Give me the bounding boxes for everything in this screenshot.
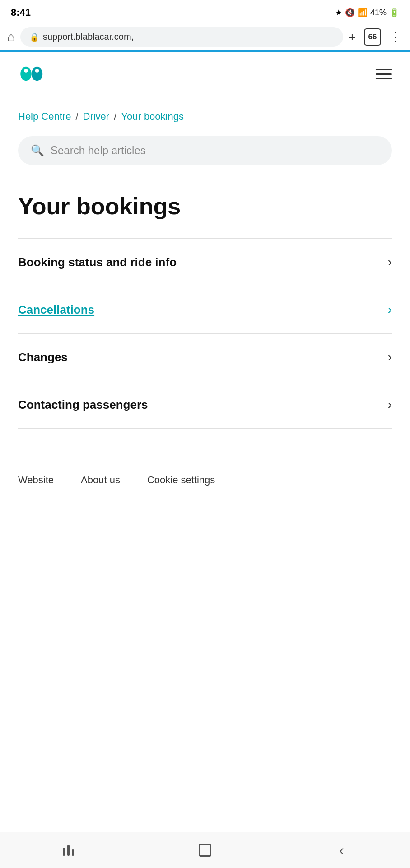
wifi-icon: 📶 [358, 8, 368, 18]
status-time: 8:41 [11, 7, 31, 19]
menu-item-changes[interactable]: Changes › [0, 334, 410, 381]
bottom-nav: ‹ [0, 832, 410, 868]
browser-chrome: ⌂ 🔒 support.blablacar.com, + 66 ⋮ [0, 24, 410, 52]
site-header [0, 52, 410, 96]
breadcrumb-current: Your bookings [121, 111, 184, 123]
menu-item-label-contacting-passengers: Contacting passengers [18, 398, 148, 412]
search-container: 🔍 Search help articles [0, 132, 410, 174]
browser-menu-button[interactable]: ⋮ [389, 29, 403, 44]
browser-actions: + 66 ⋮ [349, 28, 403, 46]
chevron-icon-contacting-passengers: › [388, 397, 392, 412]
chevron-icon-booking-status: › [388, 255, 392, 269]
site-footer: Website About us Cookie settings [0, 456, 410, 500]
search-placeholder-text: Search help articles [51, 144, 146, 157]
browser-home-icon[interactable]: ⌂ [7, 30, 15, 44]
mute-icon: 🔇 [345, 8, 355, 18]
hamburger-menu-button[interactable] [376, 69, 392, 79]
recent-apps-icon [63, 845, 74, 856]
page-content: Help Centre / Driver / Your bookings 🔍 S… [0, 52, 410, 545]
lock-icon: 🔒 [29, 32, 39, 42]
url-text: support.blablacar.com, [43, 32, 134, 42]
status-icons: ★ 🔇 📶 41% 🔋 [335, 8, 399, 18]
address-bar[interactable]: 🔒 support.blablacar.com, [20, 27, 343, 47]
menu-item-label-cancellations: Cancellations [18, 303, 94, 317]
svg-point-3 [35, 69, 39, 73]
nav-recent-apps-button[interactable] [0, 832, 137, 868]
nav-back-button[interactable]: ‹ [273, 832, 410, 868]
menu-item-booking-status[interactable]: Booking status and ride info › [0, 239, 410, 286]
battery-icon: 🔋 [389, 8, 399, 18]
blablacar-logo [18, 62, 50, 85]
breadcrumb-sep-2: / [114, 111, 116, 123]
menu-item-label-changes: Changes [18, 350, 68, 364]
tabs-button[interactable]: 66 [364, 28, 381, 46]
footer-links: Website About us Cookie settings [18, 474, 392, 486]
search-bar[interactable]: 🔍 Search help articles [18, 136, 392, 165]
page-title: Your bookings [0, 174, 410, 229]
breadcrumb: Help Centre / Driver / Your bookings [0, 96, 410, 132]
hamburger-line-3 [376, 78, 392, 79]
breadcrumb-driver[interactable]: Driver [83, 111, 110, 123]
menu-item-cancellations[interactable]: Cancellations › [0, 286, 410, 333]
hamburger-line-1 [376, 69, 392, 70]
footer-link-cookie-settings[interactable]: Cookie settings [147, 474, 215, 486]
footer-link-about-us[interactable]: About us [81, 474, 120, 486]
breadcrumb-help-centre[interactable]: Help Centre [18, 111, 71, 123]
chevron-icon-changes: › [388, 350, 392, 364]
home-icon [199, 844, 211, 857]
menu-item-label-booking-status: Booking status and ride info [18, 255, 177, 269]
logo[interactable] [18, 62, 50, 85]
battery-indicator: 41% [370, 8, 387, 18]
menu-item-contacting-passengers[interactable]: Contacting passengers › [0, 381, 410, 428]
search-icon: 🔍 [31, 144, 44, 157]
chevron-icon-cancellations: › [388, 302, 392, 317]
footer-link-website[interactable]: Website [18, 474, 54, 486]
breadcrumb-sep-1: / [75, 111, 78, 123]
status-bar: 8:41 ★ 🔇 📶 41% 🔋 [0, 0, 410, 24]
back-icon: ‹ [339, 842, 344, 859]
nav-home-button[interactable] [137, 832, 274, 868]
menu-list: Booking status and ride info › Cancellat… [0, 229, 410, 429]
bluetooth-icon: ★ [335, 8, 342, 18]
hamburger-line-2 [376, 73, 392, 75]
new-tab-button[interactable]: + [349, 30, 356, 44]
svg-point-2 [24, 69, 28, 73]
